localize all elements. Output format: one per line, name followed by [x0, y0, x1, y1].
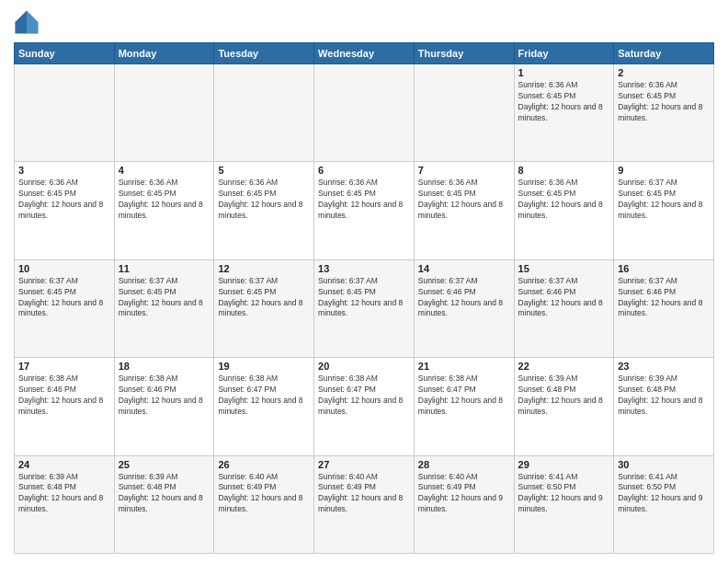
day-cell: 20Sunrise: 6:38 AM Sunset: 6:47 PM Dayli… — [314, 358, 415, 455]
day-info: Sunrise: 6:41 AM Sunset: 6:50 PM Dayligh… — [618, 472, 710, 516]
day-cell: 8Sunrise: 6:36 AM Sunset: 6:45 PM Daylig… — [514, 162, 614, 259]
day-cell: 7Sunrise: 6:36 AM Sunset: 6:45 PM Daylig… — [414, 162, 514, 259]
day-cell: 30Sunrise: 6:41 AM Sunset: 6:50 PM Dayli… — [614, 455, 714, 553]
day-info: Sunrise: 6:37 AM Sunset: 6:45 PM Dayligh… — [318, 276, 410, 320]
day-info: Sunrise: 6:37 AM Sunset: 6:45 PM Dayligh… — [618, 178, 710, 222]
day-cell: 2Sunrise: 6:36 AM Sunset: 6:45 PM Daylig… — [614, 64, 714, 162]
day-cell: 3Sunrise: 6:36 AM Sunset: 6:45 PM Daylig… — [15, 162, 115, 259]
day-number: 4 — [119, 165, 210, 176]
day-number: 18 — [119, 361, 210, 372]
day-info: Sunrise: 6:38 AM Sunset: 6:47 PM Dayligh… — [318, 373, 410, 418]
weekday-header-sunday: Sunday — [15, 43, 115, 64]
weekday-header-tuesday: Tuesday — [214, 43, 314, 64]
day-cell: 18Sunrise: 6:38 AM Sunset: 6:46 PM Dayli… — [114, 358, 214, 455]
day-number: 1 — [518, 67, 610, 78]
week-row-5: 24Sunrise: 6:39 AM Sunset: 6:48 PM Dayli… — [15, 455, 714, 553]
weekday-header-row: SundayMondayTuesdayWednesdayThursdayFrid… — [15, 43, 714, 64]
weekday-header-thursday: Thursday — [414, 43, 514, 64]
day-number: 21 — [418, 361, 510, 372]
day-number: 11 — [119, 263, 210, 274]
calendar-table: SundayMondayTuesdayWednesdayThursdayFrid… — [14, 42, 714, 554]
day-number: 25 — [119, 459, 210, 470]
day-number: 6 — [318, 165, 410, 176]
day-info: Sunrise: 6:36 AM Sunset: 6:45 PM Dayligh… — [18, 178, 110, 222]
day-info: Sunrise: 6:37 AM Sunset: 6:46 PM Dayligh… — [518, 276, 610, 320]
day-cell — [314, 64, 415, 162]
day-cell: 26Sunrise: 6:40 AM Sunset: 6:49 PM Dayli… — [214, 455, 314, 553]
day-cell: 25Sunrise: 6:39 AM Sunset: 6:48 PM Dayli… — [114, 455, 214, 553]
day-info: Sunrise: 6:37 AM Sunset: 6:46 PM Dayligh… — [418, 276, 510, 320]
weekday-header-wednesday: Wednesday — [314, 43, 415, 64]
weekday-header-saturday: Saturday — [614, 43, 714, 64]
day-info: Sunrise: 6:37 AM Sunset: 6:45 PM Dayligh… — [218, 276, 310, 320]
day-info: Sunrise: 6:36 AM Sunset: 6:45 PM Dayligh… — [119, 178, 210, 222]
day-number: 23 — [618, 361, 710, 372]
day-cell — [15, 64, 115, 162]
day-info: Sunrise: 6:36 AM Sunset: 6:45 PM Dayligh… — [518, 80, 610, 124]
day-info: Sunrise: 6:37 AM Sunset: 6:46 PM Dayligh… — [618, 276, 710, 320]
day-info: Sunrise: 6:40 AM Sunset: 6:49 PM Dayligh… — [218, 472, 310, 516]
page-container: SundayMondayTuesdayWednesdayThursdayFrid… — [0, 0, 728, 563]
day-cell: 22Sunrise: 6:39 AM Sunset: 6:48 PM Dayli… — [514, 358, 614, 455]
day-cell: 16Sunrise: 6:37 AM Sunset: 6:46 PM Dayli… — [614, 259, 714, 357]
day-number: 12 — [218, 263, 310, 274]
day-cell — [414, 64, 514, 162]
week-row-2: 3Sunrise: 6:36 AM Sunset: 6:45 PM Daylig… — [15, 162, 714, 259]
day-cell: 27Sunrise: 6:40 AM Sunset: 6:49 PM Dayli… — [314, 455, 415, 553]
day-cell: 10Sunrise: 6:37 AM Sunset: 6:45 PM Dayli… — [15, 259, 115, 357]
day-number: 24 — [18, 459, 110, 470]
day-number: 30 — [618, 459, 710, 470]
day-cell: 14Sunrise: 6:37 AM Sunset: 6:46 PM Dayli… — [414, 259, 514, 357]
weekday-header-monday: Monday — [114, 43, 214, 64]
day-cell: 19Sunrise: 6:38 AM Sunset: 6:47 PM Dayli… — [214, 358, 314, 455]
svg-marker-0 — [27, 10, 39, 22]
day-number: 14 — [418, 263, 510, 274]
day-cell — [114, 64, 214, 162]
day-number: 20 — [318, 361, 410, 372]
day-cell: 13Sunrise: 6:37 AM Sunset: 6:45 PM Dayli… — [314, 259, 415, 357]
day-cell: 4Sunrise: 6:36 AM Sunset: 6:45 PM Daylig… — [114, 162, 214, 259]
day-info: Sunrise: 6:38 AM Sunset: 6:46 PM Dayligh… — [18, 373, 110, 418]
day-info: Sunrise: 6:38 AM Sunset: 6:47 PM Dayligh… — [218, 373, 310, 418]
day-cell: 12Sunrise: 6:37 AM Sunset: 6:45 PM Dayli… — [214, 259, 314, 357]
logo — [14, 9, 43, 35]
day-info: Sunrise: 6:41 AM Sunset: 6:50 PM Dayligh… — [518, 472, 610, 516]
day-number: 5 — [218, 165, 310, 176]
day-number: 3 — [18, 165, 110, 176]
day-info: Sunrise: 6:36 AM Sunset: 6:45 PM Dayligh… — [218, 178, 310, 222]
week-row-4: 17Sunrise: 6:38 AM Sunset: 6:46 PM Dayli… — [15, 358, 714, 455]
day-number: 16 — [618, 263, 710, 274]
day-info: Sunrise: 6:39 AM Sunset: 6:48 PM Dayligh… — [18, 472, 110, 516]
day-number: 27 — [318, 459, 410, 470]
day-info: Sunrise: 6:36 AM Sunset: 6:45 PM Dayligh… — [618, 80, 710, 124]
day-number: 8 — [518, 165, 610, 176]
day-cell: 1Sunrise: 6:36 AM Sunset: 6:45 PM Daylig… — [514, 64, 614, 162]
day-number: 19 — [218, 361, 310, 372]
day-cell — [214, 64, 314, 162]
day-number: 7 — [418, 165, 510, 176]
week-row-3: 10Sunrise: 6:37 AM Sunset: 6:45 PM Dayli… — [15, 259, 714, 357]
week-row-1: 1Sunrise: 6:36 AM Sunset: 6:45 PM Daylig… — [15, 64, 714, 162]
day-number: 17 — [18, 361, 110, 372]
day-info: Sunrise: 6:36 AM Sunset: 6:45 PM Dayligh… — [418, 178, 510, 222]
day-cell: 28Sunrise: 6:40 AM Sunset: 6:49 PM Dayli… — [414, 455, 514, 553]
day-info: Sunrise: 6:37 AM Sunset: 6:45 PM Dayligh… — [119, 276, 210, 320]
day-cell: 5Sunrise: 6:36 AM Sunset: 6:45 PM Daylig… — [214, 162, 314, 259]
day-number: 9 — [618, 165, 710, 176]
day-info: Sunrise: 6:36 AM Sunset: 6:45 PM Dayligh… — [318, 178, 410, 222]
day-number: 2 — [618, 67, 710, 78]
day-info: Sunrise: 6:39 AM Sunset: 6:48 PM Dayligh… — [119, 472, 210, 516]
day-info: Sunrise: 6:38 AM Sunset: 6:46 PM Dayligh… — [119, 373, 210, 418]
day-info: Sunrise: 6:40 AM Sunset: 6:49 PM Dayligh… — [418, 472, 510, 516]
day-number: 26 — [218, 459, 310, 470]
day-info: Sunrise: 6:36 AM Sunset: 6:45 PM Dayligh… — [518, 178, 610, 222]
day-cell: 15Sunrise: 6:37 AM Sunset: 6:46 PM Dayli… — [514, 259, 614, 357]
day-cell: 9Sunrise: 6:37 AM Sunset: 6:45 PM Daylig… — [614, 162, 714, 259]
day-info: Sunrise: 6:39 AM Sunset: 6:48 PM Dayligh… — [618, 373, 710, 418]
day-cell: 23Sunrise: 6:39 AM Sunset: 6:48 PM Dayli… — [614, 358, 714, 455]
day-cell: 6Sunrise: 6:36 AM Sunset: 6:45 PM Daylig… — [314, 162, 415, 259]
day-info: Sunrise: 6:38 AM Sunset: 6:47 PM Dayligh… — [418, 373, 510, 418]
day-cell: 29Sunrise: 6:41 AM Sunset: 6:50 PM Dayli… — [514, 455, 614, 553]
day-number: 10 — [18, 263, 110, 274]
day-number: 15 — [518, 263, 610, 274]
